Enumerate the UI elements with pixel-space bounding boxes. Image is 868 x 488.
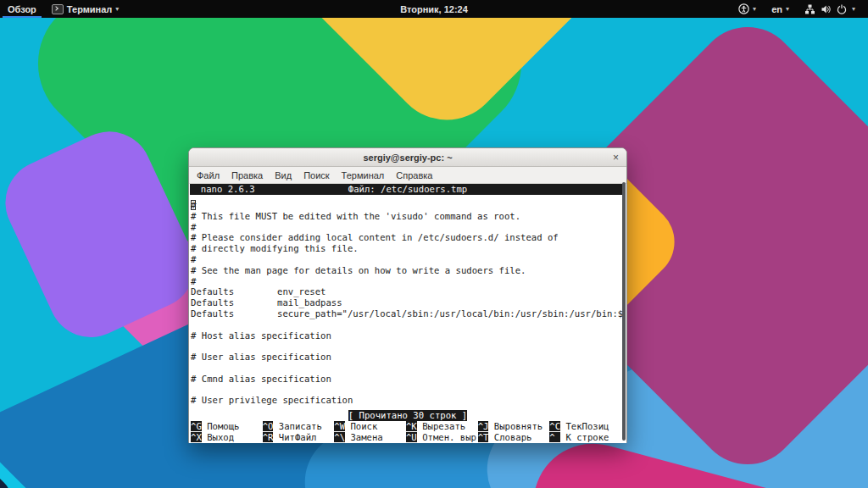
editor-line: # This file MUST be edited with the 'vis… xyxy=(191,211,625,222)
shortcut-hint: ^K Вырезать xyxy=(406,421,478,432)
shortcut-row1: ^G Помощь^O Записать^W Поиск^K Вырезать^… xyxy=(191,421,621,432)
menu-item[interactable]: Правка xyxy=(225,168,269,183)
editor-line: # User alias specification xyxy=(191,352,625,363)
shortcut-hint: ^O Записать xyxy=(263,421,335,432)
terminal-window: sergiy@sergiy-pc: ~ × ФайлПравкаВидПоиск… xyxy=(188,147,627,443)
shortcut-hint: ^_ К строке xyxy=(549,432,621,443)
volume-icon xyxy=(821,4,832,14)
window-titlebar[interactable]: sergiy@sergiy-pc: ~ × xyxy=(189,148,626,167)
close-button[interactable]: × xyxy=(613,148,619,166)
shortcut-hint: ^G Помощь xyxy=(191,421,263,432)
terminal-icon xyxy=(52,4,64,14)
activities-active-underline xyxy=(3,16,42,18)
editor-line: # Cmnd alias specification xyxy=(191,374,625,385)
app-menu-label: Терминал xyxy=(67,4,113,14)
scrollbar[interactable] xyxy=(622,182,626,441)
shortcut-hint: ^X Выход xyxy=(191,432,263,443)
network-wired-icon xyxy=(804,4,815,14)
shortcut-hint: ^W Поиск xyxy=(334,421,406,432)
editor-line: # Host alias specification xyxy=(191,330,625,341)
editor-line: # directly modifying this file. xyxy=(191,243,625,254)
nano-version: nano 2.6.3 xyxy=(190,184,255,195)
menu-item[interactable]: Вид xyxy=(269,168,298,183)
shortcut-key: ^W xyxy=(334,421,345,431)
nano-shortcut-rows: ^G Помощь^O Записать^W Поиск^K Вырезать^… xyxy=(191,421,621,443)
nano-file-label: Файл: /etc/sudoers.tmp xyxy=(348,184,467,195)
shortcut-key: ^X xyxy=(191,432,202,442)
window-title: sergiy@sergiy-pc: ~ xyxy=(363,152,452,163)
activities-button[interactable]: Обзор xyxy=(0,0,44,18)
shortcut-hint: ^J Выровнять xyxy=(478,421,550,432)
editor-line: # See the man page for details on how to… xyxy=(191,265,625,276)
chevron-down-icon: ▾ xyxy=(852,6,855,13)
shortcut-hint: ^T Словарь xyxy=(478,432,550,443)
editor-line: # xyxy=(191,276,625,287)
menu-item[interactable]: Поиск xyxy=(298,168,335,183)
editor-line xyxy=(191,385,625,396)
chevron-down-icon: ▾ xyxy=(786,6,789,13)
menu-bar: ФайлПравкаВидПоискТерминалСправка xyxy=(189,167,626,184)
shortcut-key: ^G xyxy=(191,421,202,431)
editor-line xyxy=(191,363,625,374)
menu-item[interactable]: Справка xyxy=(390,168,438,183)
shortcut-key: ^J xyxy=(478,421,489,431)
shortcut-key: ^C xyxy=(549,421,560,431)
shortcut-hint: ^R ЧитФайл xyxy=(263,432,335,443)
shortcut-key: ^T xyxy=(478,432,489,442)
menu-item[interactable]: Терминал xyxy=(336,168,391,183)
clock[interactable]: Вторник, 12:24 xyxy=(400,4,468,14)
shortcut-key: ^_ xyxy=(549,432,560,442)
editor-line xyxy=(191,341,625,352)
editor-line: Defaults secure_path="/usr/local/sbin:/u… xyxy=(191,308,625,319)
menu-item[interactable]: Файл xyxy=(191,168,225,183)
terminal-screen[interactable]: nano 2.6.3 Файл: /etc/sudoers.tmp ## Thi… xyxy=(189,184,626,443)
power-icon xyxy=(837,4,847,14)
accessibility-icon xyxy=(738,3,749,14)
accessibility-menu[interactable]: ▾ xyxy=(731,0,764,18)
editor-line: Defaults mail_badpass xyxy=(191,297,625,308)
editor-line: # Please consider adding local content i… xyxy=(191,232,625,243)
editor-line: # xyxy=(191,254,625,265)
keyboard-layout-menu[interactable]: en ▾ xyxy=(764,0,797,18)
editor-line: Defaults env_reset xyxy=(191,286,625,297)
activities-label: Обзор xyxy=(8,4,36,14)
top-bar: Обзор Терминал ▾ Вторник, 12:24 ▾ en ▾ xyxy=(0,0,868,18)
nano-status-row: [ Прочитано 30 строк ] xyxy=(189,410,626,421)
shortcut-key: ^\ xyxy=(334,432,345,442)
app-menu-terminal[interactable]: Терминал ▾ xyxy=(44,0,127,18)
editor-line: # xyxy=(191,222,625,233)
editor-area: ## This file MUST be edited with the 'vi… xyxy=(189,195,626,406)
shortcut-key: ^U xyxy=(406,432,417,442)
top-bar-right: ▾ en ▾ xyxy=(731,0,868,18)
shortcut-key: ^R xyxy=(263,432,274,442)
system-menu[interactable]: ▾ xyxy=(797,0,863,18)
editor-line xyxy=(191,319,625,330)
shortcut-key: ^O xyxy=(263,421,274,431)
keyboard-layout-label: en xyxy=(771,4,782,14)
shortcut-hint: ^U Отмен. выр xyxy=(406,432,478,443)
shortcut-key: ^K xyxy=(406,421,417,431)
shortcut-row2: ^X Выход^R ЧитФайл^\ Замена^U Отмен. выр… xyxy=(191,432,621,443)
chevron-down-icon: ▾ xyxy=(115,6,119,13)
nano-header: nano 2.6.3 Файл: /etc/sudoers.tmp xyxy=(190,184,626,195)
editor-line: # xyxy=(191,200,625,211)
shortcut-hint: ^C ТекПозиц xyxy=(549,421,621,432)
chevron-down-icon: ▾ xyxy=(753,6,756,13)
editor-line: # User privilege specification xyxy=(191,395,625,406)
nano-status-message: [ Прочитано 30 строк ] xyxy=(348,410,467,421)
shortcut-hint: ^\ Замена xyxy=(334,432,406,443)
